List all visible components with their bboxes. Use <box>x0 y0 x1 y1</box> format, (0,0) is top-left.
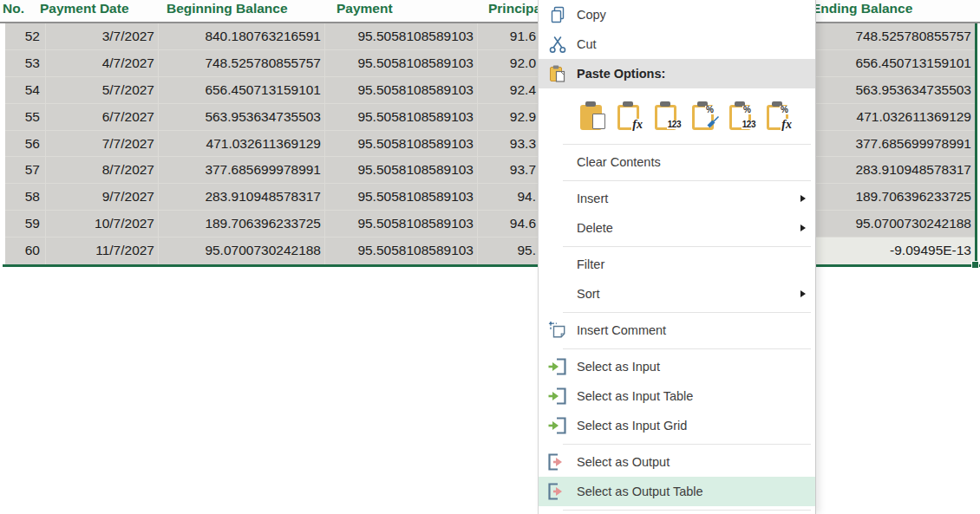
cell[interactable]: 4/7/2027 <box>45 50 158 76</box>
cell[interactable]: 8/7/2027 <box>45 157 158 183</box>
cell[interactable]: 56 <box>5 131 45 157</box>
menu-item-filter[interactable]: Filter <box>539 250 815 279</box>
cell[interactable]: 95.5058108589103 <box>324 77 477 103</box>
menu-item-select-as-output-table[interactable]: Select as Output Table <box>539 477 815 506</box>
select-input-icon <box>546 416 569 435</box>
cell[interactable]: 7/7/2027 <box>45 131 158 157</box>
123-glyph: 123 <box>667 120 682 129</box>
col-header-principal[interactable]: Principal <box>488 1 545 16</box>
cell[interactable]: 3/7/2027 <box>45 23 158 49</box>
paste-button[interactable] <box>578 98 606 131</box>
cell[interactable]: 563.953634735503 <box>812 77 975 103</box>
cell[interactable]: 95. <box>477 237 538 264</box>
col-header-payment[interactable]: Payment <box>336 1 393 16</box>
table-row: 534/7/2027748.52578085575795.50581085891… <box>5 50 975 77</box>
cell[interactable]: 91.6 <box>477 23 538 49</box>
cell[interactable]: 95.5058108589103 <box>324 157 477 183</box>
menu-item-label: Sort <box>577 287 600 301</box>
menu-item-delete[interactable]: Delete <box>539 213 815 243</box>
paste-values-button[interactable]: 123 <box>653 98 681 131</box>
cell[interactable]: 95.5058108589103 <box>324 211 477 237</box>
brush-glyph <box>706 115 720 132</box>
menu-item-insert-comment[interactable]: Insert Comment <box>539 316 815 345</box>
submenu-arrow-icon <box>800 224 806 231</box>
cell[interactable]: 95.5058108589103 <box>324 104 477 130</box>
cell[interactable]: 95.5058108589103 <box>324 23 477 49</box>
cell[interactable]: 95.5058108589103 <box>324 184 477 210</box>
cell[interactable]: 60 <box>5 237 45 264</box>
cell[interactable]: 92.9 <box>477 104 538 130</box>
cell[interactable]: 95.5058108589103 <box>324 131 477 157</box>
menu-item-select-as-input-grid[interactable]: Select as Input Grid <box>539 411 815 440</box>
cell[interactable]: 92.4 <box>477 77 538 103</box>
select-input-icon <box>546 357 569 376</box>
cell[interactable]: 748.525780855757 <box>158 50 324 76</box>
clipboard-clip-icon <box>585 101 596 107</box>
fill-handle[interactable] <box>971 261 979 269</box>
context-menu: Copy Cut Paste Options: fx 123 % % 123 % <box>538 0 816 514</box>
col-header-beginning-balance[interactable]: Beginning Balance <box>167 1 288 16</box>
col-header-payment-date[interactable]: Payment Date <box>40 1 129 16</box>
menu-item-copy[interactable]: Copy <box>539 0 815 29</box>
paste-values-number-formatting-button[interactable]: % 123 <box>728 98 755 131</box>
menu-item-clear-contents[interactable]: Clear Contents <box>539 147 815 177</box>
cell[interactable]: 748.525780855757 <box>812 23 975 49</box>
cell[interactable]: 283.910948578317 <box>158 184 324 210</box>
menu-separator <box>563 144 811 145</box>
paste-formulas-button[interactable]: fx <box>616 98 644 131</box>
cell[interactable]: 283.910948578317 <box>812 157 975 183</box>
cell[interactable]: 189.706396233725 <box>158 211 324 237</box>
menu-item-select-as-input[interactable]: Select as Input <box>539 352 815 381</box>
cell[interactable]: 656.450713159101 <box>812 50 975 76</box>
menu-separator <box>563 444 811 445</box>
cell[interactable]: 93.3 <box>477 131 538 157</box>
gridline <box>324 23 325 264</box>
cell[interactable]: 189.706396233725 <box>812 184 975 210</box>
cell[interactable]: 52 <box>5 23 45 49</box>
col-header-ending-balance[interactable]: Ending Balance <box>812 1 912 16</box>
cell[interactable]: 93.7 <box>477 157 538 183</box>
cell[interactable]: 92.0 <box>477 50 538 76</box>
cell[interactable]: 53 <box>5 50 45 76</box>
cell[interactable]: 59 <box>5 211 45 237</box>
cell[interactable]: 95.0700730242188 <box>812 211 975 237</box>
cell[interactable]: 58 <box>5 184 45 210</box>
menu-item-insert[interactable]: Insert <box>539 184 815 213</box>
menu-item-paste-options[interactable]: Paste Options: <box>539 59 815 88</box>
table-row: 567/7/2027471.03261136912995.50581085891… <box>5 131 975 158</box>
cell[interactable]: 471.032611369129 <box>158 131 324 157</box>
cell[interactable]: 471.032611369129 <box>812 104 975 130</box>
menu-item-cut[interactable]: Cut <box>539 29 815 59</box>
menu-item-sort[interactable]: Sort <box>539 279 815 309</box>
cell[interactable]: 55 <box>5 104 45 130</box>
cell[interactable]: 10/7/2027 <box>45 211 158 237</box>
select-output-icon <box>546 452 569 472</box>
cell[interactable]: 9/7/2027 <box>45 184 158 210</box>
cell[interactable]: -9.09495E-13 <box>812 237 975 264</box>
col-header-no[interactable]: No. <box>3 1 24 16</box>
cell[interactable]: 656.450713159101 <box>158 77 324 103</box>
cell[interactable]: 54 <box>5 77 45 103</box>
cell[interactable]: 840.180763216591 <box>158 23 324 49</box>
cell[interactable]: 94.6 <box>477 211 538 237</box>
cell[interactable]: 95.0700730242188 <box>158 237 324 264</box>
menu-separator <box>563 312 811 313</box>
cell[interactable]: 563.953634735503 <box>158 104 324 130</box>
cell[interactable]: 377.685699978991 <box>812 131 975 157</box>
paste-formulas-number-formatting-button[interactable]: % fx <box>765 98 793 131</box>
123-glyph: 123 <box>742 120 756 129</box>
menu-item-label: Cut <box>577 37 597 51</box>
cell[interactable]: 377.685699978991 <box>158 157 324 183</box>
table-body: 523/7/2027840.18076321659195.50581085891… <box>5 23 975 264</box>
cell[interactable]: 57 <box>5 157 45 183</box>
cell[interactable]: 95.5058108589103 <box>324 50 477 76</box>
paste-formatting-button[interactable]: % <box>690 98 718 131</box>
insert-comment-icon <box>546 321 569 340</box>
cell[interactable]: 6/7/2027 <box>45 104 158 130</box>
cell[interactable]: 94. <box>477 184 538 210</box>
cell[interactable]: 5/7/2027 <box>45 77 158 103</box>
menu-item-select-as-input-table[interactable]: Select as Input Table <box>539 381 815 411</box>
menu-item-select-as-output[interactable]: Select as Output <box>539 447 815 477</box>
cell[interactable]: 95.5058108589103 <box>324 237 477 264</box>
cell[interactable]: 11/7/2027 <box>45 237 158 264</box>
